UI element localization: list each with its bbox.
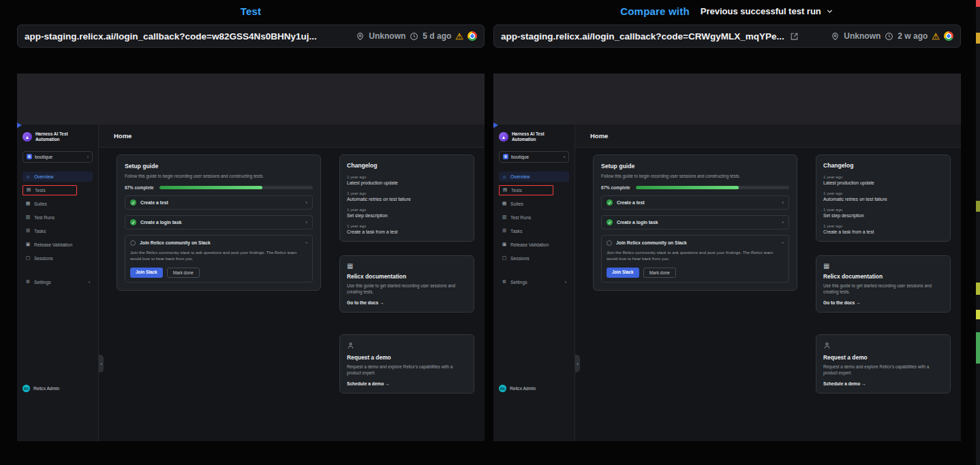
sidebar-item-suites[interactable]: ▦ Suites [499, 199, 569, 209]
compare-url-bar[interactable]: app-staging.relicx.ai/login_callback?cod… [493, 25, 961, 48]
setup-item-create-login-task[interactable]: ✓ Create a login task › [601, 215, 789, 229]
test-screenshot: ▲ Harness AI Test Automation B boutique … [17, 74, 485, 441]
join-slack-description: Join the Relicx community slack to ask q… [607, 249, 784, 262]
changelog-entry: 1 year ago Automatic retries on test fai… [347, 191, 467, 202]
sidebar-item-tasks[interactable]: ☰ Tasks [499, 226, 569, 236]
setup-item-create-test[interactable]: ✓ Create a test › [601, 195, 789, 210]
compare-pane-header: Compare with Previous successful test ru… [493, 3, 961, 19]
unchecked-circle-icon [130, 240, 136, 246]
request-demo-title: Request a demo [347, 354, 467, 361]
setup-progress: 67% complete [601, 185, 789, 190]
documentation-card: ▦ Relicx documentation Use this guide to… [816, 255, 951, 312]
join-slack-button[interactable]: Join Slack [607, 268, 639, 278]
person-icon [347, 342, 467, 351]
test-pane-title: Test [241, 5, 262, 17]
page-title: Home [590, 132, 608, 140]
changelog-text: Automatic retries on test failure [823, 197, 943, 202]
setup-guide-title: Setup guide [601, 163, 789, 170]
changelog-time: 1 year ago [823, 208, 943, 212]
unchecked-circle-icon [607, 240, 612, 246]
changelog-entry: 1 year ago Automatic retries on test fai… [823, 191, 943, 202]
mark-done-button[interactable]: Mark done [167, 268, 200, 278]
sidebar-item-sessions[interactable]: ▢ Sessions [499, 253, 569, 263]
sidebar-item-label: Settings [34, 280, 51, 285]
external-link-icon[interactable] [790, 32, 799, 41]
release-validation-icon: ▣ [25, 242, 31, 247]
compare-url-meta: Unknown 2 w ago ⚠ [831, 31, 953, 41]
compare-pane: Compare with Previous successful test ru… [493, 3, 961, 441]
diff-minimap[interactable] [976, 0, 980, 465]
warning-icon: ⚠ [455, 32, 463, 41]
clock-icon [885, 32, 893, 41]
compare-run-dropdown[interactable]: Previous successful test run [701, 6, 834, 16]
setup-item-label: Create a login task [617, 220, 658, 225]
sessions-icon: ▢ [502, 255, 507, 261]
test-url-bar[interactable]: app-staging.relicx.ai/login_callback?cod… [17, 25, 485, 48]
sidebar-item-overview[interactable]: ⌂ Overview [22, 172, 93, 182]
setup-item-label: Create a login task [140, 220, 181, 225]
sidebar-item-release-validation[interactable]: ▣ Release Validation [22, 240, 93, 250]
sidebar-item-label: Overview [34, 174, 53, 179]
project-selector[interactable]: B boutique › [22, 151, 93, 163]
home-icon: ⌂ [502, 174, 507, 179]
sidebar-item-test-runs[interactable]: ▥ Test Runs [499, 212, 569, 223]
schedule-demo-link[interactable]: Schedule a demo → [823, 381, 943, 386]
go-to-docs-link[interactable]: Go to the docs → [347, 300, 467, 305]
setup-item-label: Create a test [617, 200, 645, 205]
selection-marker-icon [493, 123, 498, 128]
sidebar-item-tasks[interactable]: ☰ Tasks [22, 226, 93, 236]
setup-item-create-login-task[interactable]: ✓ Create a login task › [125, 215, 313, 229]
changelog-time: 1 year ago [823, 224, 943, 228]
harness-logo-icon: ▲ [22, 132, 32, 142]
minimap-marker [976, 0, 980, 7]
test-url[interactable]: app-staging.relicx.ai/login_callback?cod… [25, 31, 317, 42]
sidebar-item-release-validation[interactable]: ▣ Release Validation [499, 240, 569, 250]
schedule-demo-link[interactable]: Schedule a demo → [347, 381, 467, 386]
sidebar-item-sessions[interactable]: ▢ Sessions [22, 253, 93, 263]
user-menu[interactable]: RA Relicx Admin [22, 385, 93, 392]
setup-guide-card: Setup guide Follow this guide to begin r… [593, 155, 797, 291]
mark-done-button[interactable]: Mark done [643, 268, 676, 278]
setup-item-create-test[interactable]: ✓ Create a test › [125, 195, 313, 210]
changelog-entry: 1 year ago Set step description [823, 208, 943, 218]
age-label: 5 d ago [423, 31, 451, 41]
test-runs-icon: ▥ [25, 214, 31, 220]
sidebar-item-label: Release Validation [34, 242, 72, 247]
sidebar-item-settings[interactable]: ⚙ Settings › [499, 277, 569, 287]
join-slack-row[interactable]: Join Relicx community on Slack › [130, 240, 307, 246]
sidebar-item-label: Suites [34, 202, 47, 206]
sidebar-item-label: Tasks [510, 229, 522, 234]
captured-app-screenshot: ▲ Harness AI Test Automation B boutique … [493, 125, 961, 441]
compare-url[interactable]: app-staging.relicx.ai/login_callback?cod… [501, 31, 784, 42]
sidebar-item-test-runs[interactable]: ▥ Test Runs [22, 212, 93, 223]
sidebar-item-overview[interactable]: ⌂ Overview [499, 172, 569, 182]
join-slack-row[interactable]: Join Relicx community on Slack › [607, 240, 784, 246]
sidebar-item-label: Overview [510, 174, 530, 179]
document-icon: ▦ [823, 263, 943, 270]
sidebar-item-label: Sessions [34, 256, 53, 261]
test-pane: Test app-staging.relicx.ai/login_callbac… [17, 3, 485, 441]
document-icon: ▦ [347, 263, 467, 270]
brand-line1: Harness AI Test [512, 131, 545, 136]
sidebar-collapse-handle[interactable]: ‹ [99, 355, 104, 372]
sidebar-item-label: Settings [510, 280, 527, 285]
comparison-layout: Test app-staging.relicx.ai/login_callbac… [0, 0, 980, 441]
chevron-right-icon: › [782, 219, 784, 225]
sidebar-item-settings[interactable]: ⚙ Settings › [22, 277, 93, 287]
minimap-marker [976, 310, 980, 319]
tasks-icon: ☰ [25, 228, 31, 234]
chevron-down-icon: › [303, 242, 309, 244]
user-menu[interactable]: RA Relicx Admin [499, 385, 569, 392]
progress-label: 67% complete [601, 185, 630, 190]
go-to-docs-link[interactable]: Go to the docs → [823, 300, 943, 305]
sidebar-item-suites[interactable]: ▦ Suites [22, 199, 93, 209]
changelog-entry: 1 year ago Create a task from a test [823, 224, 943, 234]
sidebar-item-tests[interactable]: ▤ Tests [499, 185, 553, 195]
sidebar-item-tests[interactable]: ▤ Tests [22, 185, 77, 195]
tests-icon: ▤ [26, 187, 31, 193]
sidebar-collapse-handle[interactable]: ‹ [575, 355, 580, 372]
chevron-right-icon: › [565, 280, 566, 285]
sidebar-item-label: Sessions [510, 256, 530, 261]
project-selector[interactable]: B boutique › [499, 151, 569, 163]
join-slack-button[interactable]: Join Slack [130, 268, 163, 278]
